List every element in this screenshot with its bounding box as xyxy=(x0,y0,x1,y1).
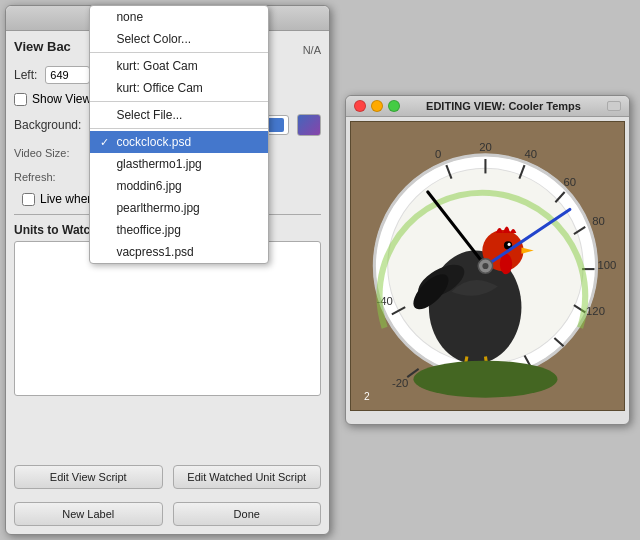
preview-content: -40 -20 0 20 40 60 80 100 120 xyxy=(346,117,629,415)
svg-text:120: 120 xyxy=(586,305,605,317)
svg-text:20: 20 xyxy=(479,141,492,153)
live-foreground-checkbox[interactable] xyxy=(22,193,35,206)
maximize-button[interactable] xyxy=(388,100,400,112)
svg-text:100: 100 xyxy=(597,259,616,271)
svg-point-38 xyxy=(413,361,557,398)
menu-item-vacpress[interactable]: vacpress1.psd xyxy=(90,241,268,263)
preview-title: EDITING VIEW: Cooler Temps xyxy=(406,100,601,112)
dropdown-menu: none Select Color... kurt: Goat Cam kurt… xyxy=(89,5,269,264)
background-label: Background: xyxy=(14,118,81,132)
menu-divider-2 xyxy=(90,101,268,102)
menu-item-theoffice[interactable]: theoffice.jpg xyxy=(90,219,268,241)
edit-watched-unit-script-button[interactable]: Edit Watched Unit Script xyxy=(173,465,322,489)
menu-item-select-color[interactable]: Select Color... xyxy=(90,28,268,50)
menu-item-select-file[interactable]: Select File... xyxy=(90,104,268,126)
menu-item-office-cam[interactable]: kurt: Office Cam xyxy=(90,77,268,99)
svg-point-42 xyxy=(482,263,488,269)
menu-item-glasthermo[interactable]: glasthermo1.jpg xyxy=(90,153,268,175)
background-row: Background: ✓ cockclock.psd none Select … xyxy=(14,114,321,136)
svg-text:0: 0 xyxy=(435,148,441,160)
script-buttons: Edit View Script Edit Watched Unit Scrip… xyxy=(14,465,321,489)
right-na: N/A xyxy=(303,44,321,56)
new-label-button[interactable]: New Label xyxy=(14,502,163,526)
svg-text:40: 40 xyxy=(524,148,537,160)
menu-item-none[interactable]: none xyxy=(90,6,268,28)
refresh-label: Refresh: xyxy=(14,171,79,183)
section-header: View Bac xyxy=(14,39,71,54)
preview-titlebar: EDITING VIEW: Cooler Temps xyxy=(346,96,629,117)
color-picker-button[interactable] xyxy=(297,114,321,136)
preview-minimize-icon[interactable] xyxy=(607,101,621,111)
menu-item-goat-cam[interactable]: kurt: Goat Cam xyxy=(90,55,268,77)
close-button[interactable] xyxy=(354,100,366,112)
menu-item-cockclock[interactable]: ✓ cockclock.psd xyxy=(90,131,268,153)
svg-text:60: 60 xyxy=(563,176,576,188)
frame-number: 2 xyxy=(364,391,370,402)
preview-window: EDITING VIEW: Cooler Temps xyxy=(345,95,630,425)
units-list[interactable] xyxy=(14,241,321,396)
video-size-label: Video Size: xyxy=(14,147,79,159)
left-input[interactable] xyxy=(45,66,90,84)
svg-text:80: 80 xyxy=(592,215,605,227)
main-buttons: New Label Done xyxy=(14,502,321,526)
menu-divider-1 xyxy=(90,52,268,53)
menu-item-pearlthermo[interactable]: pearlthermo.jpg xyxy=(90,197,268,219)
minimize-button[interactable] xyxy=(371,100,383,112)
edit-panel: EDIT: Cooler Temps View Bac Settings N/A… xyxy=(5,5,330,535)
background-dropdown[interactable]: ✓ cockclock.psd none Select Color... xyxy=(89,115,289,135)
edit-view-script-button[interactable]: Edit View Script xyxy=(14,465,163,489)
svg-point-30 xyxy=(508,243,511,246)
show-view-checkbox[interactable] xyxy=(14,93,27,106)
menu-item-moddin6[interactable]: moddin6.jpg xyxy=(90,175,268,197)
menu-divider-3 xyxy=(90,128,268,129)
svg-text:-20: -20 xyxy=(392,377,408,389)
done-button[interactable]: Done xyxy=(173,502,322,526)
left-label: Left: xyxy=(14,68,37,82)
thermometer-gauge: -40 -20 0 20 40 60 80 100 120 xyxy=(351,122,624,410)
traffic-lights xyxy=(354,100,400,112)
